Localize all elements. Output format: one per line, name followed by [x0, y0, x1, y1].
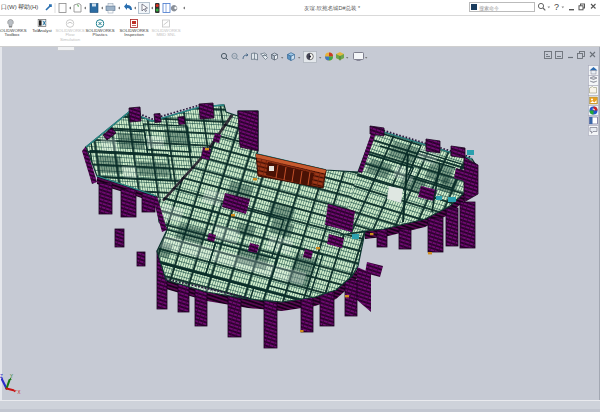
- svg-text:Z: Z: [0, 374, 3, 379]
- svg-text:X: X: [18, 390, 21, 395]
- svg-text:Y: Y: [10, 374, 13, 379]
- svg-text:?: ?: [554, 2, 559, 12]
